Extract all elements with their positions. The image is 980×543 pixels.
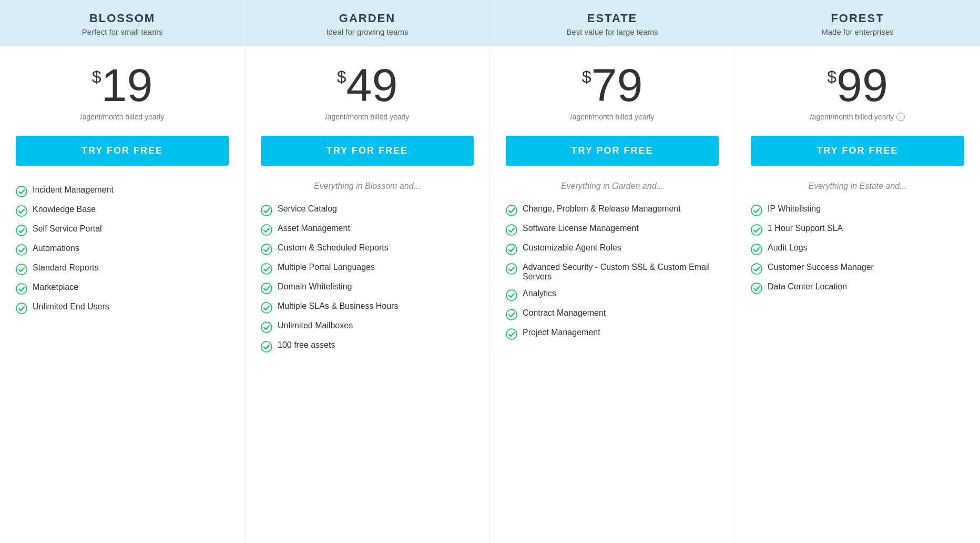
check-icon (16, 303, 27, 314)
feature-item: Unlimited Mailboxes (261, 317, 474, 337)
svg-point-13 (261, 322, 272, 333)
feature-item: Service Catalog (261, 200, 474, 220)
feature-list-estate: Change, Problem & Release Management Sof… (506, 200, 719, 344)
feature-text: Domain Whitelisting (278, 282, 352, 291)
feature-text: Project Management (523, 328, 600, 337)
feature-text: Service Catalog (278, 204, 337, 214)
try-btn-forest[interactable]: Try For FREE (751, 136, 964, 166)
price-amount-garden: 49 (346, 62, 397, 108)
svg-point-15 (506, 205, 517, 216)
feature-list-garden: Service Catalog Asset Management Custom … (261, 200, 474, 356)
check-icon (261, 244, 272, 255)
feature-text: Data Center Location (768, 282, 847, 291)
feature-text: Multiple Portal Languages (278, 263, 375, 272)
feature-item: Contract Management (506, 305, 719, 324)
plan-tagline-blossom: Perfect for small teams (11, 27, 234, 36)
feature-item: Multiple Portal Languages (261, 259, 474, 278)
plan-header-blossom: BLOSSOMPerfect for small teams (0, 0, 244, 46)
feature-text: Multiple SLAs & Business Hours (278, 301, 398, 311)
price-display-estate: $79 (506, 62, 719, 108)
price-billing-blossom: /agent/month billed yearly (16, 113, 229, 121)
feature-item: Custom & Scheduled Reports (261, 239, 474, 259)
feature-item: Change, Problem & Release Management (506, 200, 719, 220)
feature-item: Advanced Security - Custom SSL & Custom … (506, 259, 719, 285)
price-billing-garden: /agent/month billed yearly (261, 113, 474, 121)
svg-point-18 (506, 264, 517, 274)
check-icon (261, 224, 272, 236)
plan-col-estate: ESTATEBest value for large teams$79/agen… (490, 0, 735, 543)
feature-text: Automations (33, 244, 79, 253)
price-display-blossom: $19 (16, 62, 229, 108)
feature-text: Customer Success Manager (768, 263, 874, 272)
svg-point-1 (16, 206, 27, 216)
feature-text: Unlimited End Users (33, 302, 109, 311)
feature-text: Change, Problem & Release Management (523, 204, 681, 214)
check-icon (751, 205, 762, 216)
feature-item: Knowledge Base (16, 201, 229, 220)
feature-item: 100 free assets (261, 337, 474, 356)
price-dollar-estate: $ (582, 68, 591, 85)
feature-item: Software License Management (506, 220, 719, 239)
feature-item: Multiple SLAs & Business Hours (261, 298, 474, 317)
feature-item: Standard Reports (16, 259, 229, 279)
check-icon (506, 244, 517, 255)
svg-point-14 (261, 341, 272, 352)
check-icon (506, 309, 517, 320)
feature-item: IP Whitelisting (751, 200, 964, 220)
plan-body-blossom: $19/agent/month billed yearlyTRy For FRE… (0, 46, 244, 543)
svg-point-22 (751, 205, 762, 216)
check-icon (16, 205, 27, 217)
check-icon (16, 264, 27, 275)
svg-point-25 (751, 264, 762, 274)
plan-col-garden: GARDENIdeal for growing teams$49/agent/m… (245, 0, 490, 543)
check-icon (16, 225, 27, 236)
plan-name-blossom: BLOSSOM (11, 12, 234, 25)
svg-point-8 (261, 225, 272, 235)
try-btn-blossom[interactable]: TRy For FREE (16, 136, 229, 166)
try-btn-garden[interactable]: Try For FREE (261, 136, 474, 166)
svg-point-17 (506, 244, 517, 255)
feature-text: Software License Management (523, 224, 639, 233)
feature-item: Asset Management (261, 220, 474, 239)
feature-text: Knowledge Base (33, 205, 96, 214)
plan-col-forest: FORESTMade for enterprises$99/agent/mont… (735, 0, 980, 543)
price-amount-forest: 99 (836, 62, 888, 108)
feature-text: Contract Management (523, 308, 606, 318)
check-icon (16, 186, 27, 197)
feature-item: Data Center Location (751, 278, 964, 298)
try-btn-estate[interactable]: Try por FREE (506, 136, 719, 166)
check-icon (751, 263, 762, 275)
svg-point-23 (751, 225, 762, 235)
plan-name-forest: FOREST (746, 12, 969, 25)
feature-item: Incident Management (16, 182, 229, 201)
plan-name-garden: GARDEN (256, 12, 479, 25)
plan-body-estate: $79/agent/month billed yearlyTry por FRE… (490, 46, 734, 543)
price-amount-blossom: 19 (101, 62, 152, 108)
svg-point-24 (751, 244, 762, 255)
price-section-blossom: $19/agent/month billed yearly (16, 62, 229, 121)
info-icon-forest[interactable]: i (896, 113, 905, 121)
feature-text: Customizable Agent Roles (523, 243, 621, 253)
svg-point-0 (16, 186, 27, 197)
feature-text: Advanced Security - Custom SSL & Custom … (523, 263, 719, 281)
inherit-text-forest: Everything in Estate and... (751, 182, 964, 191)
plan-tagline-garden: Ideal for growing teams (256, 27, 479, 36)
feature-item: Marketplace (16, 279, 229, 298)
svg-point-4 (16, 264, 27, 275)
check-icon (261, 321, 272, 333)
svg-point-26 (751, 283, 762, 294)
svg-point-11 (261, 283, 272, 294)
svg-point-12 (261, 303, 272, 313)
check-icon (506, 328, 517, 340)
plan-header-forest: FORESTMade for enterprises (735, 0, 980, 46)
check-icon (261, 205, 272, 216)
svg-point-20 (506, 309, 517, 320)
feature-text: Asset Management (278, 224, 350, 233)
feature-item: 1 Hour Support SLA (751, 220, 964, 239)
check-icon (261, 283, 272, 294)
feature-item: Self Service Portal (16, 220, 229, 240)
feature-list-forest: IP Whitelisting 1 Hour Support SLA Audit… (751, 200, 964, 298)
svg-point-7 (261, 205, 272, 216)
plan-header-garden: GARDENIdeal for growing teams (245, 0, 489, 46)
price-section-forest: $99/agent/month billed yearlyi (751, 62, 964, 121)
